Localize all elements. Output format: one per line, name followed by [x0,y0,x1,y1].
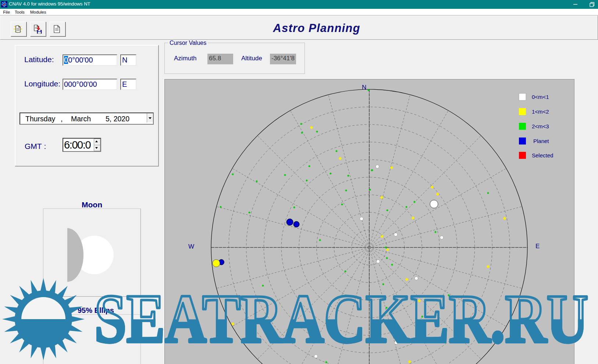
svg-text:N: N [362,84,366,91]
svg-text:Planet: Planet [533,138,549,144]
svg-text:E: E [535,243,540,250]
svg-text:W: W [188,243,194,250]
svg-text:Selected: Selected [532,152,553,158]
svg-text:1<m<2: 1<m<2 [532,108,549,115]
svg-text:0<m<1: 0<m<1 [532,94,549,100]
svg-text:2<m<3: 2<m<3 [532,123,549,129]
